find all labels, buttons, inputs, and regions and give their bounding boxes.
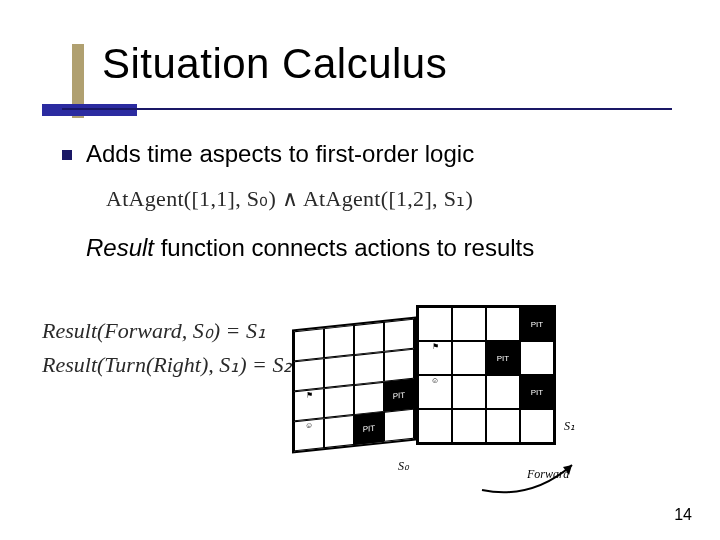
pit-cell: PIT [486, 341, 520, 375]
lower-content: Result(Forward, S₀) = S₁ Result(Turn(Rig… [42, 314, 680, 514]
page-number: 14 [674, 506, 692, 524]
forward-arrow-icon [477, 455, 587, 495]
title-block: Situation Calculus [62, 40, 680, 88]
pit-cell: PIT [520, 307, 554, 341]
formula-atagent: AtAgent([1,1], S₀) ∧ AtAgent([1,2], S₁) [106, 186, 670, 212]
slide-title: Situation Calculus [62, 40, 680, 88]
pit-cell: PIT [384, 379, 414, 412]
label-s0: S₀ [398, 459, 409, 474]
pit-cell: PIT [354, 412, 384, 445]
result-rest: function connects actions to results [154, 234, 534, 261]
title-underline [62, 108, 672, 110]
situation-grids-figure: ⚑PIT ☺PIT PIT ⚑PIT ☺PIT S₀ S₁ Forward [292, 309, 622, 509]
label-s1: S₁ [564, 419, 575, 434]
bullet-text-1: Adds time aspects to first-order logic [86, 140, 474, 168]
slide-body: Adds time aspects to first-order logic A… [62, 140, 670, 276]
grid-s0: ⚑PIT ☺PIT [292, 316, 416, 453]
formula-atagent-text: AtAgent([1,1], S₀) ∧ AtAgent([1,2], S₁) [106, 186, 473, 211]
bullet-square-icon [62, 150, 72, 160]
result-sentence: Result function connects actions to resu… [86, 234, 670, 262]
pit-cell: PIT [520, 375, 554, 409]
grid-s1: PIT ⚑PIT ☺PIT [416, 305, 556, 445]
bullet-item-1: Adds time aspects to first-order logic [62, 140, 670, 168]
result-italic: Result [86, 234, 154, 261]
